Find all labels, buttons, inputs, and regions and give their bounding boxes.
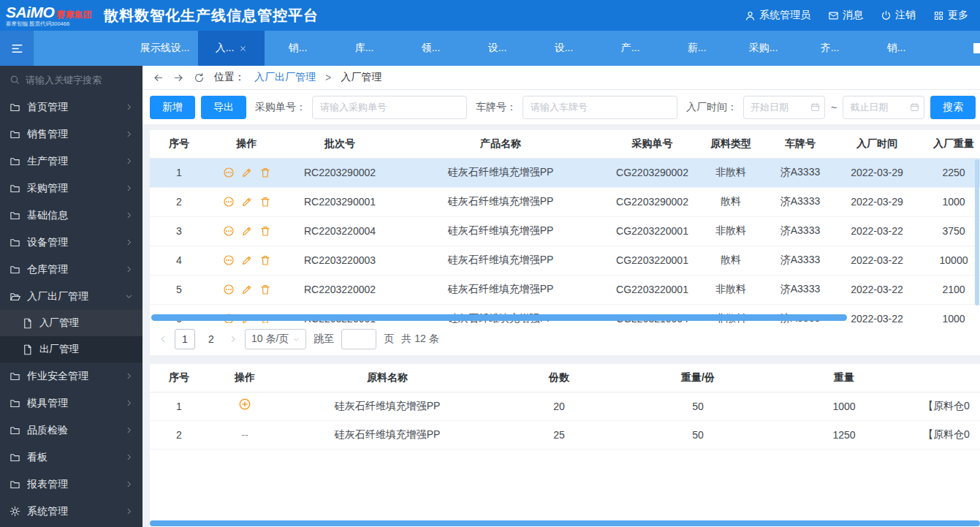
start-date-picker[interactable] xyxy=(743,96,825,119)
table-row[interactable]: 4RC2203220003硅灰石纤维填充增强PPCG2203220001散料济A… xyxy=(150,246,980,275)
edit-icon[interactable] xyxy=(241,225,253,237)
comment-icon[interactable] xyxy=(223,284,235,295)
tab[interactable]: 产... xyxy=(597,31,664,66)
tab[interactable]: 设... xyxy=(531,31,597,66)
vertical-scrollbar[interactable] xyxy=(975,159,979,306)
refresh-icon[interactable] xyxy=(194,72,205,83)
table-row[interactable]: 3RC2203220004硅灰石纤维填充增强PPCG2203220001非散料济… xyxy=(150,216,980,246)
tab[interactable]: 薪... xyxy=(664,31,730,66)
total-count: 共 12 条 xyxy=(401,333,438,346)
edit-icon[interactable] xyxy=(241,254,253,266)
sidebar-item[interactable]: 生产管理 xyxy=(0,148,143,175)
table-horizontal-scrollbar[interactable] xyxy=(151,314,847,321)
inbound-body: 1RC2203290002硅灰石纤维填充增强PPCG2203290002非散料济… xyxy=(150,158,980,323)
chevron-right-icon xyxy=(125,453,133,461)
sidebar-item-label: 仓库管理 xyxy=(27,263,118,276)
cell-weight: 1000 xyxy=(917,187,980,216)
sidebar-item[interactable]: 模具管理 xyxy=(0,390,143,417)
next-page-icon[interactable] xyxy=(229,335,238,344)
user-menu[interactable]: 系统管理员 xyxy=(745,9,810,22)
comment-icon[interactable] xyxy=(223,167,235,178)
messages-button[interactable]: 消息 xyxy=(828,9,863,22)
plate-input[interactable] xyxy=(523,96,677,119)
sidebar-item[interactable]: 基础信息 xyxy=(0,202,143,229)
trash-icon[interactable] xyxy=(259,196,271,208)
sidebar-item[interactable]: 采购管理 xyxy=(0,175,143,202)
plus-icon[interactable] xyxy=(238,398,251,411)
start-date-input[interactable] xyxy=(751,102,810,113)
export-button[interactable]: 导出 xyxy=(201,96,246,119)
comment-icon[interactable] xyxy=(223,196,235,208)
trash-icon[interactable] xyxy=(259,254,271,266)
search-button[interactable]: 搜索 xyxy=(930,96,976,119)
comment-icon[interactable] xyxy=(223,254,235,266)
end-date-picker[interactable] xyxy=(843,96,924,119)
cell-plate: 济A3333 xyxy=(764,158,837,187)
sidebar-item[interactable]: 报表管理 xyxy=(0,471,143,498)
page-size-select[interactable]: 10 条/页 xyxy=(245,329,306,349)
table-row[interactable]: 2--硅灰石纤维填充增强PP25501250【原料仓0 xyxy=(150,420,980,449)
edit-icon[interactable] xyxy=(241,284,253,295)
tab[interactable]: 采购... xyxy=(730,31,797,66)
chevron-right-icon xyxy=(125,507,133,515)
tab[interactable]: 设... xyxy=(464,31,531,66)
breadcrumb-parent-link[interactable]: 入厂出厂管理 xyxy=(254,71,316,84)
sidebar-toggle-button[interactable] xyxy=(0,31,34,66)
sidebar-item[interactable]: 品质检验 xyxy=(0,417,143,444)
tab[interactable]: 销... xyxy=(863,31,930,66)
chevron-right-icon xyxy=(125,211,133,219)
table-row[interactable]: 1硅灰石纤维填充增强PP20501000【原料仓0 xyxy=(150,392,980,420)
sidebar-subitem[interactable]: 入厂管理 xyxy=(0,310,143,336)
row-actions xyxy=(211,254,282,266)
jump-page-input[interactable] xyxy=(341,329,376,349)
edit-icon[interactable] xyxy=(241,196,253,208)
page-number[interactable]: 1 xyxy=(175,329,195,349)
tab-label: 薪... xyxy=(688,42,707,55)
chevron-right-icon xyxy=(125,372,133,380)
po-input[interactable] xyxy=(312,96,467,119)
sidebar-item[interactable]: 看板 xyxy=(0,444,143,471)
edit-icon[interactable] xyxy=(241,167,253,178)
search-icon xyxy=(10,75,20,85)
cell-actions xyxy=(208,158,285,187)
sidebar-item[interactable]: 系统管理 xyxy=(0,498,143,525)
close-icon[interactable] xyxy=(239,45,247,53)
trash-icon[interactable] xyxy=(259,225,271,237)
comment-icon[interactable] xyxy=(223,225,235,237)
sidebar-item[interactable]: 销售管理 xyxy=(0,121,143,148)
logout-button[interactable]: 注销 xyxy=(881,9,916,22)
sidebar-search-input[interactable] xyxy=(26,75,133,86)
sidebar-item[interactable]: 作业安全管理 xyxy=(0,363,143,390)
cell-batch: RC2203290002 xyxy=(285,158,395,187)
end-date-input[interactable] xyxy=(850,102,910,113)
tab[interactable]: 领... xyxy=(398,31,464,66)
chevron-right-icon xyxy=(125,399,133,407)
prev-page-icon[interactable] xyxy=(159,335,167,344)
messages-label: 消息 xyxy=(843,9,863,22)
table-row[interactable]: 2RC2203290001硅灰石纤维填充增强PPCG2203290002散料济A… xyxy=(150,187,980,216)
more-button[interactable]: 更多 xyxy=(933,9,968,22)
trash-icon[interactable] xyxy=(259,284,271,295)
back-icon[interactable] xyxy=(153,72,164,83)
trash-icon[interactable] xyxy=(259,167,271,178)
page-word: 页 xyxy=(384,333,394,346)
sidebar-subitem[interactable]: 出厂管理 xyxy=(0,336,143,363)
page-number[interactable]: 2 xyxy=(201,329,221,349)
table-row[interactable]: 1RC2203290002硅灰石纤维填充增强PPCG2203290002非散料济… xyxy=(150,158,980,187)
row-actions xyxy=(211,225,282,237)
sidebar-item[interactable]: 设备管理 xyxy=(0,229,143,256)
tab[interactable]: 销... xyxy=(265,31,331,66)
add-button[interactable]: 新增 xyxy=(150,96,195,119)
forward-icon[interactable] xyxy=(173,72,184,83)
tab[interactable]: 齐... xyxy=(797,31,863,66)
tab[interactable]: 库... xyxy=(331,31,398,66)
tab-overflow-indicator[interactable] xyxy=(973,43,980,53)
sidebar-item[interactable]: 入厂出厂管理 xyxy=(0,283,143,310)
bottom-horizontal-scrollbar[interactable] xyxy=(150,520,980,526)
jump-label: 跳至 xyxy=(314,333,334,346)
table-row[interactable]: 5RC2203220002硅灰石纤维填充增强PPCG2203220001非散料济… xyxy=(150,275,980,304)
tab[interactable]: 入... xyxy=(198,31,265,66)
sidebar-item[interactable]: 仓库管理 xyxy=(0,256,143,283)
tab[interactable]: 展示线设... xyxy=(132,31,198,66)
sidebar-item[interactable]: 首页管理 xyxy=(0,94,143,121)
